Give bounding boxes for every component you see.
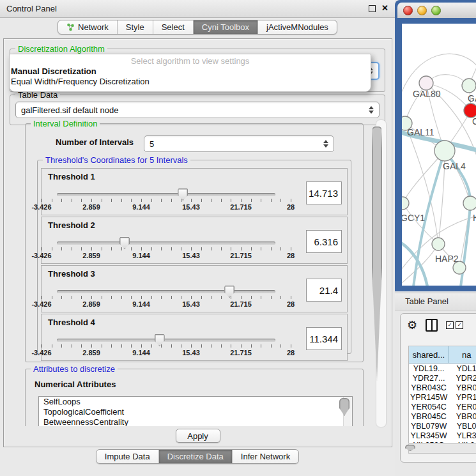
table-row[interactable]: YLR345WYLR3 xyxy=(409,431,476,440)
tab-infer-network[interactable]: Infer Network xyxy=(233,450,298,463)
tab-discretize-data[interactable]: Discretize Data xyxy=(159,450,233,463)
numerical-attributes-list[interactable]: SelfLoops TopologicalCoefficient Between… xyxy=(38,396,353,426)
tick-mark xyxy=(131,296,132,299)
tick-mark xyxy=(171,344,172,348)
table-cell[interactable]: YER054C xyxy=(409,402,449,411)
zoom-window-icon[interactable] xyxy=(431,6,441,15)
table-cell[interactable]: YLR3 xyxy=(449,431,476,440)
popup-option-manual[interactable]: Manual Discretization xyxy=(10,66,371,77)
group-title: Attributes to discretize xyxy=(31,364,118,374)
tick-mark xyxy=(280,344,281,348)
node-table[interactable]: shared... na YDL19...YDL1YDR27...YDR2YBR… xyxy=(408,346,476,443)
minimize-window-icon[interactable] xyxy=(417,6,427,15)
threshold-value-field[interactable]: 11.344 xyxy=(306,327,342,350)
table-cell[interactable]: YIL052C xyxy=(409,440,449,443)
table-row[interactable]: YPR145WYPR1 xyxy=(409,392,476,402)
table-cell[interactable]: YBR0 xyxy=(449,383,476,392)
list-item[interactable]: BetweennessCentrality xyxy=(39,417,352,426)
table-cell[interactable]: YPR145W xyxy=(409,392,449,402)
table-cell[interactable]: YDR2 xyxy=(449,373,476,383)
table-cell[interactable]: YLR345W xyxy=(409,431,449,440)
slider-track[interactable] xyxy=(57,339,275,342)
tick-mark xyxy=(42,296,42,299)
float-window-icon[interactable] xyxy=(369,5,376,12)
tick-mark xyxy=(52,296,52,299)
tick-mark xyxy=(161,296,162,299)
tick-mark xyxy=(201,344,202,348)
apply-button[interactable]: Apply xyxy=(176,429,220,443)
table-cell[interactable]: YBR045C xyxy=(409,411,449,421)
table-row[interactable]: YBR043CYBR0 xyxy=(409,383,476,392)
network-node[interactable] xyxy=(434,141,455,161)
tab-select[interactable]: Select xyxy=(153,20,194,34)
table-cell[interactable]: YDL19... xyxy=(409,364,449,373)
checkbox-icon[interactable]: ✓ xyxy=(456,321,463,329)
table-cell[interactable]: YPR1 xyxy=(449,392,476,402)
column-header-shared-name[interactable]: shared... xyxy=(409,346,449,363)
table-row[interactable]: YER054CYER0 xyxy=(409,402,476,411)
network-node[interactable] xyxy=(402,197,409,210)
table-cell[interactable]: YBR0 xyxy=(449,411,476,421)
split-view-icon[interactable] xyxy=(426,319,438,332)
threshold-value-field[interactable]: 6.316 xyxy=(306,230,342,253)
threshold-value-field[interactable]: 14.713 xyxy=(306,181,342,204)
close-window-icon[interactable] xyxy=(403,6,413,15)
threshold-value-field[interactable]: 21.4 xyxy=(306,279,342,302)
table-data-combo[interactable]: galFiltered.sif default node xyxy=(15,102,380,118)
network-node[interactable] xyxy=(464,104,476,118)
scrollbar-thumb[interactable] xyxy=(405,445,415,451)
table-cell[interactable]: YDR27... xyxy=(409,373,449,383)
tab-network[interactable]: Network xyxy=(58,20,118,34)
num-intervals-combo[interactable]: 5 xyxy=(144,135,334,152)
close-icon[interactable]: ✕ xyxy=(381,3,388,13)
list-scrollbar[interactable] xyxy=(343,397,352,426)
tick-mark xyxy=(81,247,82,250)
table-cell[interactable]: YIL0 xyxy=(449,440,476,443)
tick-mark xyxy=(131,344,132,348)
table-row[interactable]: YDR27...YDR2 xyxy=(409,373,476,383)
table-cell[interactable]: YBL0 xyxy=(449,421,476,431)
table-row[interactable]: YDL19...YDL1 xyxy=(409,364,476,373)
tab-jactivemnodules[interactable]: jActiveMNodules xyxy=(258,20,337,34)
slider-track[interactable] xyxy=(57,290,275,293)
slider-track[interactable] xyxy=(57,193,275,196)
table-cell[interactable]: YBR043C xyxy=(409,383,449,392)
thresholds-group: Threshold's Coordinates for 5 Intervals … xyxy=(37,160,351,354)
list-item[interactable]: TopologicalCoefficient xyxy=(39,407,352,417)
network-node[interactable] xyxy=(419,76,433,90)
table-row[interactable]: YBR045CYBR0 xyxy=(409,411,476,421)
tick-mark xyxy=(121,296,122,299)
table-cell[interactable]: YBL079W xyxy=(409,421,449,431)
tick-mark xyxy=(141,344,142,348)
table-row[interactable]: YBL079WYBL0 xyxy=(409,421,476,431)
column-header-name[interactable]: na xyxy=(449,346,476,363)
tick-mark xyxy=(221,199,222,202)
threshold-label: Threshold 4 xyxy=(48,318,95,327)
network-node[interactable] xyxy=(462,79,476,93)
list-item[interactable]: SelfLoops xyxy=(39,397,352,407)
tick-mark xyxy=(271,199,272,202)
tick-mark xyxy=(131,199,132,202)
tab-cyni-toolbox[interactable]: Cyni Toolbox xyxy=(194,20,258,34)
tick-mark xyxy=(241,344,242,348)
network-node[interactable] xyxy=(463,196,476,210)
tick-mark xyxy=(181,199,181,202)
main-scrollbar[interactable] xyxy=(376,119,387,427)
network-node[interactable] xyxy=(432,238,445,250)
node-label: HAP2 xyxy=(435,254,459,264)
table-row[interactable]: YIL052CYIL0 xyxy=(409,440,476,443)
tab-impute-data[interactable]: Impute Data xyxy=(96,450,159,463)
table-cell[interactable]: YDL1 xyxy=(449,364,476,373)
tick-mark xyxy=(91,344,92,348)
checkbox-icon[interactable]: ✓ xyxy=(446,321,454,329)
tab-style[interactable]: Style xyxy=(118,20,153,34)
slider-track[interactable] xyxy=(57,242,275,245)
table-horizontal-scrollbar[interactable] xyxy=(408,443,476,454)
network-view-window: GAL80GACGAL11GAL4GCY1HHAP2 xyxy=(395,0,476,291)
table-cell[interactable]: YER0 xyxy=(449,402,476,411)
popup-option-equal-width[interactable]: Equal Width/Frequency Discretization xyxy=(10,77,371,87)
tab-label: Infer Network xyxy=(241,452,290,461)
gear-icon[interactable]: ⚙ xyxy=(407,319,417,331)
network-canvas[interactable]: GAL80GACGAL11GAL4GCY1HHAP2 xyxy=(402,24,476,286)
top-tab-bar: Network Style Select Cyni Toolbox jActiv… xyxy=(0,20,395,35)
